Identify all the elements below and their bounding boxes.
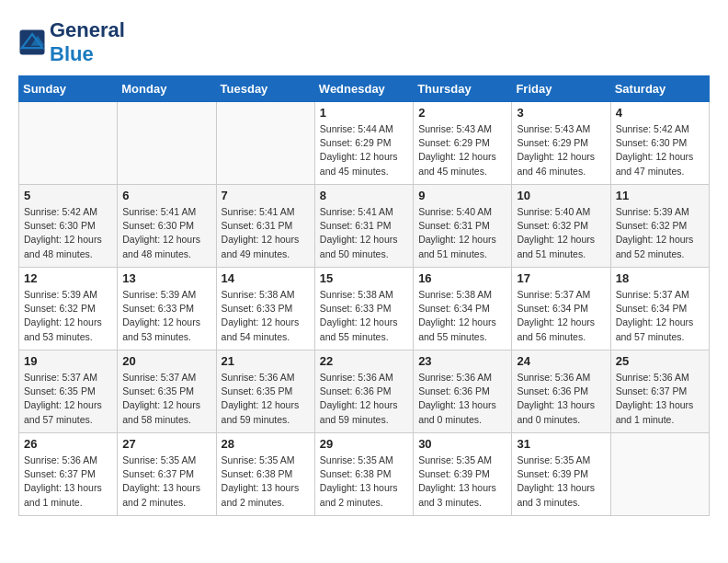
day-info: Sunrise: 5:36 AM Sunset: 6:36 PM Dayligh… [320, 371, 408, 427]
calendar-cell: 27Sunrise: 5:35 AM Sunset: 6:37 PM Dayli… [118, 433, 216, 516]
day-header-sunday: Sunday [19, 76, 118, 102]
day-number: 16 [418, 271, 506, 285]
logo-text: General Blue [50, 18, 125, 66]
calendar-cell: 23Sunrise: 5:36 AM Sunset: 6:36 PM Dayli… [414, 350, 512, 433]
day-header-wednesday: Wednesday [314, 76, 413, 102]
day-info: Sunrise: 5:37 AM Sunset: 6:34 PM Dayligh… [517, 288, 605, 344]
calendar-cell: 19Sunrise: 5:37 AM Sunset: 6:35 PM Dayli… [19, 350, 118, 433]
calendar-cell [610, 433, 709, 516]
calendar-cell: 24Sunrise: 5:36 AM Sunset: 6:36 PM Dayli… [512, 350, 610, 433]
calendar-week-row: 12Sunrise: 5:39 AM Sunset: 6:32 PM Dayli… [19, 268, 710, 350]
calendar-cell: 12Sunrise: 5:39 AM Sunset: 6:32 PM Dayli… [19, 268, 118, 350]
day-number: 17 [517, 271, 605, 285]
calendar-cell: 21Sunrise: 5:36 AM Sunset: 6:35 PM Dayli… [216, 350, 314, 433]
day-info: Sunrise: 5:35 AM Sunset: 6:37 PM Dayligh… [122, 454, 210, 510]
day-info: Sunrise: 5:44 AM Sunset: 6:29 PM Dayligh… [320, 122, 408, 178]
calendar-cell [118, 102, 216, 185]
day-number: 18 [616, 271, 704, 285]
calendar-cell: 2Sunrise: 5:43 AM Sunset: 6:29 PM Daylig… [414, 102, 512, 185]
day-number: 10 [517, 189, 605, 202]
calendar-cell: 7Sunrise: 5:41 AM Sunset: 6:31 PM Daylig… [216, 185, 314, 268]
day-header-tuesday: Tuesday [216, 76, 314, 102]
day-header-friday: Friday [512, 76, 610, 102]
day-info: Sunrise: 5:43 AM Sunset: 6:29 PM Dayligh… [517, 122, 605, 178]
day-number: 6 [122, 189, 210, 202]
day-number: 3 [517, 106, 605, 120]
calendar-week-row: 19Sunrise: 5:37 AM Sunset: 6:35 PM Dayli… [19, 350, 710, 433]
calendar-cell: 28Sunrise: 5:35 AM Sunset: 6:38 PM Dayli… [216, 433, 314, 516]
calendar-cell: 8Sunrise: 5:41 AM Sunset: 6:31 PM Daylig… [314, 185, 413, 268]
calendar-table: SundayMondayTuesdayWednesdayThursdayFrid… [18, 75, 710, 516]
calendar-cell: 22Sunrise: 5:36 AM Sunset: 6:36 PM Dayli… [314, 350, 413, 433]
calendar-cell: 4Sunrise: 5:42 AM Sunset: 6:30 PM Daylig… [610, 102, 709, 185]
day-number: 2 [418, 106, 506, 120]
day-info: Sunrise: 5:35 AM Sunset: 6:38 PM Dayligh… [222, 454, 310, 510]
logo: General Blue [18, 18, 125, 66]
calendar-cell: 3Sunrise: 5:43 AM Sunset: 6:29 PM Daylig… [512, 102, 610, 185]
logo-icon [18, 29, 46, 56]
day-info: Sunrise: 5:38 AM Sunset: 6:34 PM Dayligh… [418, 288, 506, 344]
calendar-header-row: SundayMondayTuesdayWednesdayThursdayFrid… [19, 76, 710, 102]
calendar-cell: 26Sunrise: 5:36 AM Sunset: 6:37 PM Dayli… [19, 433, 118, 516]
day-info: Sunrise: 5:38 AM Sunset: 6:33 PM Dayligh… [320, 288, 408, 344]
day-info: Sunrise: 5:39 AM Sunset: 6:32 PM Dayligh… [24, 288, 112, 344]
day-number: 15 [320, 271, 408, 285]
day-info: Sunrise: 5:37 AM Sunset: 6:34 PM Dayligh… [616, 288, 704, 344]
day-header-thursday: Thursday [414, 76, 512, 102]
day-number: 30 [418, 437, 506, 451]
day-info: Sunrise: 5:37 AM Sunset: 6:35 PM Dayligh… [24, 371, 112, 427]
calendar-cell: 29Sunrise: 5:35 AM Sunset: 6:38 PM Dayli… [314, 433, 413, 516]
day-number: 19 [24, 354, 112, 368]
calendar-cell [19, 102, 118, 185]
day-number: 25 [616, 354, 704, 368]
day-info: Sunrise: 5:36 AM Sunset: 6:35 PM Dayligh… [222, 371, 310, 427]
day-header-saturday: Saturday [610, 76, 709, 102]
day-info: Sunrise: 5:36 AM Sunset: 6:36 PM Dayligh… [418, 371, 506, 427]
calendar-cell [216, 102, 314, 185]
day-header-monday: Monday [118, 76, 216, 102]
day-info: Sunrise: 5:41 AM Sunset: 6:31 PM Dayligh… [320, 205, 408, 261]
day-info: Sunrise: 5:39 AM Sunset: 6:33 PM Dayligh… [122, 288, 210, 344]
day-number: 13 [122, 271, 210, 285]
day-info: Sunrise: 5:35 AM Sunset: 6:38 PM Dayligh… [320, 454, 408, 510]
day-number: 1 [320, 106, 408, 120]
calendar-cell: 16Sunrise: 5:38 AM Sunset: 6:34 PM Dayli… [414, 268, 512, 350]
calendar-cell: 17Sunrise: 5:37 AM Sunset: 6:34 PM Dayli… [512, 268, 610, 350]
day-info: Sunrise: 5:40 AM Sunset: 6:31 PM Dayligh… [418, 205, 506, 261]
calendar-cell: 20Sunrise: 5:37 AM Sunset: 6:35 PM Dayli… [118, 350, 216, 433]
day-info: Sunrise: 5:42 AM Sunset: 6:30 PM Dayligh… [616, 122, 704, 178]
day-number: 12 [24, 271, 112, 285]
calendar-cell: 11Sunrise: 5:39 AM Sunset: 6:32 PM Dayli… [610, 185, 709, 268]
day-info: Sunrise: 5:35 AM Sunset: 6:39 PM Dayligh… [418, 454, 506, 510]
day-number: 26 [24, 437, 112, 451]
day-number: 29 [320, 437, 408, 451]
day-number: 4 [616, 106, 704, 120]
day-info: Sunrise: 5:35 AM Sunset: 6:39 PM Dayligh… [517, 454, 605, 510]
calendar-week-row: 26Sunrise: 5:36 AM Sunset: 6:37 PM Dayli… [19, 433, 710, 516]
day-info: Sunrise: 5:37 AM Sunset: 6:35 PM Dayligh… [122, 371, 210, 427]
calendar-cell: 6Sunrise: 5:41 AM Sunset: 6:30 PM Daylig… [118, 185, 216, 268]
day-info: Sunrise: 5:39 AM Sunset: 6:32 PM Dayligh… [616, 205, 704, 261]
day-info: Sunrise: 5:40 AM Sunset: 6:32 PM Dayligh… [517, 205, 605, 261]
day-number: 22 [320, 354, 408, 368]
calendar-cell: 31Sunrise: 5:35 AM Sunset: 6:39 PM Dayli… [512, 433, 610, 516]
calendar-cell: 18Sunrise: 5:37 AM Sunset: 6:34 PM Dayli… [610, 268, 709, 350]
calendar-cell: 25Sunrise: 5:36 AM Sunset: 6:37 PM Dayli… [610, 350, 709, 433]
day-number: 31 [517, 437, 605, 451]
day-number: 11 [616, 189, 704, 202]
day-info: Sunrise: 5:43 AM Sunset: 6:29 PM Dayligh… [418, 122, 506, 178]
day-info: Sunrise: 5:36 AM Sunset: 6:36 PM Dayligh… [517, 371, 605, 427]
day-number: 27 [122, 437, 210, 451]
day-number: 8 [320, 189, 408, 202]
calendar-cell: 5Sunrise: 5:42 AM Sunset: 6:30 PM Daylig… [19, 185, 118, 268]
day-info: Sunrise: 5:41 AM Sunset: 6:31 PM Dayligh… [222, 205, 310, 261]
day-info: Sunrise: 5:36 AM Sunset: 6:37 PM Dayligh… [24, 454, 112, 510]
day-number: 9 [418, 189, 506, 202]
day-number: 14 [222, 271, 310, 285]
calendar-week-row: 1Sunrise: 5:44 AM Sunset: 6:29 PM Daylig… [19, 102, 710, 185]
calendar-cell: 14Sunrise: 5:38 AM Sunset: 6:33 PM Dayli… [216, 268, 314, 350]
day-number: 7 [222, 189, 310, 202]
calendar-cell: 10Sunrise: 5:40 AM Sunset: 6:32 PM Dayli… [512, 185, 610, 268]
calendar-cell: 13Sunrise: 5:39 AM Sunset: 6:33 PM Dayli… [118, 268, 216, 350]
calendar-cell: 9Sunrise: 5:40 AM Sunset: 6:31 PM Daylig… [414, 185, 512, 268]
